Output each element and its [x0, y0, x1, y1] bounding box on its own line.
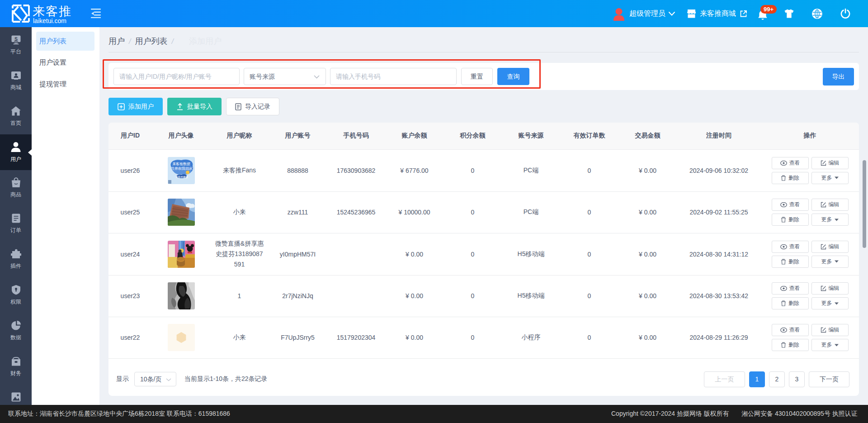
svg-text:世界权我回家: 世界权我回家: [171, 166, 193, 171]
svg-text:S: S: [14, 36, 17, 42]
svg-text:来客推姗姗: 来客推姗姗: [175, 176, 188, 179]
svg-text:来客推数据: 来客推数据: [172, 162, 190, 166]
